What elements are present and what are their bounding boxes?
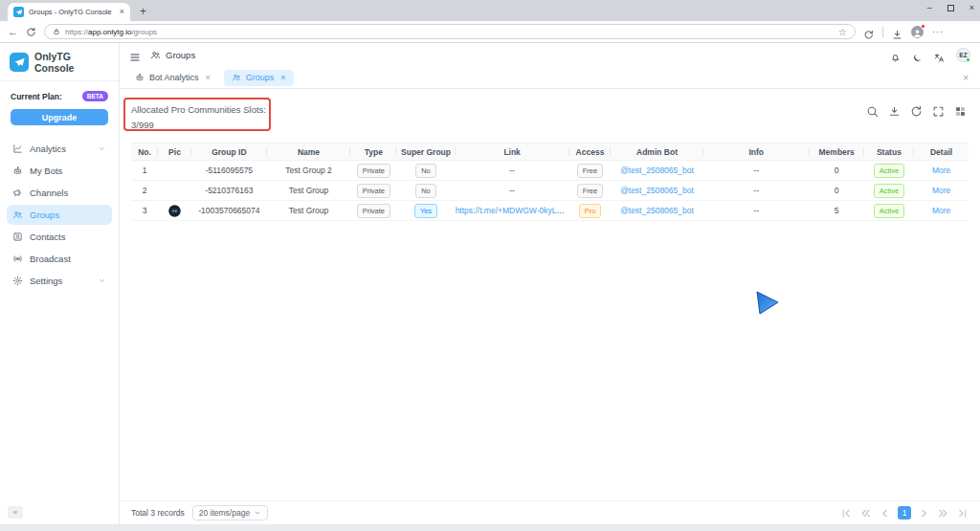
browser-profile-icon[interactable]: [911, 26, 924, 38]
tab-label: Bot Analytics: [149, 73, 199, 82]
app-logo-icon: [10, 53, 29, 72]
tab-label: Groups: [246, 73, 275, 82]
super-group-tag: Yes: [414, 204, 437, 218]
fast-prev-button[interactable]: [859, 507, 872, 520]
admin-bot-link[interactable]: @test_2508065_bot: [620, 166, 694, 175]
sidebar-item-settings[interactable]: Settings: [7, 271, 112, 291]
table-search-button[interactable]: [866, 105, 879, 118]
cell-detail: More: [914, 181, 969, 201]
sidebar-collapse-button[interactable]: «: [8, 506, 23, 519]
page-size-select[interactable]: 20 items/page: [192, 505, 268, 520]
cell-members: 5: [810, 201, 864, 221]
cell-no: 3: [131, 201, 158, 221]
sidebar-item-label: Broadcast: [30, 254, 106, 264]
page-size-value: 20 items/page: [199, 508, 250, 518]
window-minimize-button[interactable]: –: [927, 4, 932, 13]
table-fullscreen-button[interactable]: [932, 105, 945, 118]
tab-groups[interactable]: Groups×: [224, 70, 294, 86]
cell-no: 2: [131, 181, 158, 201]
upgrade-button[interactable]: Upgrade: [11, 109, 108, 125]
sidebar-item-my-bots[interactable]: My Bots: [7, 161, 112, 181]
table-row: 2-5210376163Test GroupPrivateNo--Free@te…: [131, 181, 969, 201]
admin-bot-link[interactable]: @test_2508065_bot: [620, 206, 694, 215]
more-detail-link[interactable]: More: [932, 166, 950, 175]
address-bar[interactable]: https://app.onlytg.io/groups ☆: [44, 24, 856, 39]
tab-close-icon[interactable]: ×: [206, 73, 211, 82]
cell-access: Free: [569, 181, 612, 201]
download-icon: [888, 105, 901, 118]
sidebar-item-channels[interactable]: Channels: [7, 183, 112, 203]
first-page-button[interactable]: [840, 507, 853, 520]
browser-menu-icon[interactable]: ···: [932, 27, 944, 36]
cell-link: --: [456, 181, 569, 201]
columns-icon: [954, 105, 967, 118]
favorite-star-icon[interactable]: ☆: [838, 27, 847, 37]
fullscreen-icon: [932, 105, 945, 118]
user-avatar[interactable]: EZ: [956, 48, 970, 62]
status-tag: Active: [874, 184, 904, 198]
table-download-button[interactable]: [888, 105, 901, 118]
total-records-label: Total 3 records: [131, 508, 185, 518]
cell-group-id: -5210376163: [191, 181, 267, 201]
browser-tab-close-icon[interactable]: ×: [120, 8, 124, 16]
current-page-button[interactable]: 1: [898, 506, 911, 520]
last-page-button[interactable]: [956, 507, 969, 520]
window-maximize-button[interactable]: [947, 4, 954, 13]
more-detail-link[interactable]: More: [932, 186, 950, 195]
sidebar-item-label: My Bots: [30, 166, 106, 176]
browser-extension-icon[interactable]: [863, 27, 874, 37]
pleft-icon: [879, 507, 891, 520]
window-close-button[interactable]: ×: [969, 4, 974, 13]
contact-icon: [12, 232, 23, 242]
next-page-button[interactable]: [918, 507, 930, 520]
slots-label: Allocated Pro Communities Slots:: [131, 102, 969, 118]
admin-bot-link[interactable]: @test_2508065_bot: [620, 186, 694, 195]
new-tab-button[interactable]: +: [140, 5, 146, 18]
prev-page-button[interactable]: [879, 507, 891, 520]
sidebar-item-analytics[interactable]: Analytics: [7, 139, 112, 159]
browser-toolbar: ← https://app.onlytg.io/groups ☆ ···: [0, 21, 980, 43]
super-group-tag: No: [415, 164, 436, 178]
reload-button[interactable]: [26, 27, 36, 37]
content-area: Allocated Pro Communities Slots: 3/999 N…: [120, 89, 980, 524]
tab-close-icon[interactable]: ×: [280, 73, 285, 82]
people-icon: [232, 73, 241, 82]
access-tag: Free: [577, 164, 603, 178]
menu-toggle-icon[interactable]: [129, 50, 141, 61]
sidebar-item-broadcast[interactable]: Broadcast: [7, 249, 112, 269]
cell-info: --: [703, 161, 810, 181]
downloads-icon[interactable]: [892, 27, 902, 37]
cell-pic: [158, 181, 191, 201]
fast-next-button[interactable]: [937, 507, 949, 520]
cell-access: Pro: [569, 201, 612, 221]
broadcast-icon: [12, 254, 23, 264]
table-refresh-button[interactable]: [910, 105, 923, 118]
cell-no: 1: [131, 161, 158, 181]
cell-group-id: -1003570665074: [191, 201, 267, 221]
dark-mode-moon-icon[interactable]: [912, 50, 923, 60]
online-status-dot: [966, 57, 970, 62]
notifications-bell-icon[interactable]: [890, 50, 901, 60]
cell-type: Private: [350, 161, 396, 181]
sidebar-item-label: Contacts: [30, 232, 106, 242]
column-header-info: Info: [703, 144, 810, 161]
back-button[interactable]: ←: [8, 27, 18, 37]
type-tag: Private: [357, 184, 390, 198]
more-detail-link[interactable]: More: [932, 206, 950, 215]
cell-name: Test Group: [267, 181, 351, 201]
tabbar-close-icon[interactable]: ×: [963, 73, 972, 83]
cell-group-id: -5116095575: [191, 161, 267, 181]
translate-icon[interactable]: [934, 50, 945, 60]
group-avatar[interactable]: [167, 204, 182, 218]
sidebar-item-groups[interactable]: Groups: [7, 205, 112, 225]
app-brand: OnlyTG Console: [0, 43, 119, 81]
column-header-access: Access: [569, 144, 612, 161]
access-tag: Free: [577, 184, 603, 198]
chevron-down-icon: [254, 509, 261, 517]
browser-tab[interactable]: Groups - OnlyTG Console ×: [8, 3, 130, 21]
table-columns-button[interactable]: [954, 105, 967, 118]
group-invite-link[interactable]: https://t.me/+MDWGW-0kyLA4N...: [456, 206, 569, 215]
tab-bot-analytics[interactable]: Bot Analytics×: [127, 70, 218, 86]
type-tag: Private: [357, 204, 390, 218]
sidebar-item-contacts[interactable]: Contacts: [7, 227, 112, 247]
